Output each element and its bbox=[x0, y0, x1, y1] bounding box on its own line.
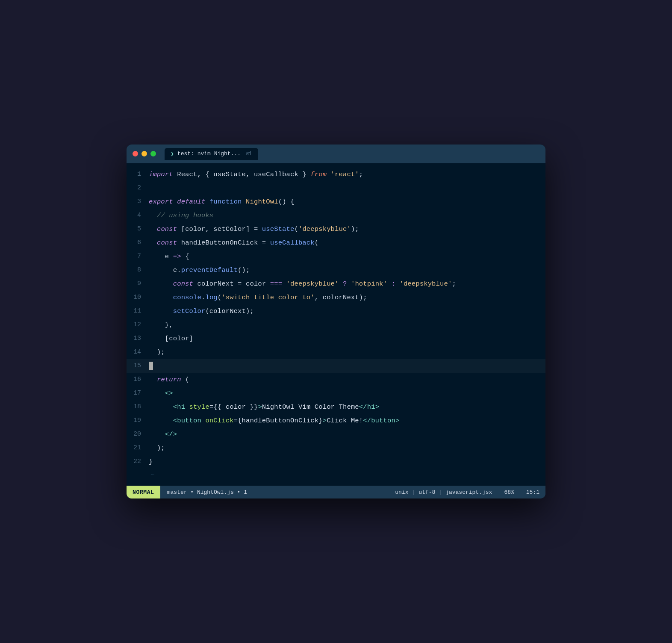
line-number: 19 bbox=[127, 414, 149, 427]
token-plain: }} bbox=[250, 403, 258, 411]
vim-cursor bbox=[149, 362, 153, 370]
token-jsx-tag: </h1> bbox=[359, 403, 379, 411]
token-plain bbox=[201, 417, 205, 425]
token-plain: e bbox=[149, 253, 173, 260]
token-plain: React, { useState, useCallback } bbox=[173, 171, 311, 178]
token-jsx-tag: <button bbox=[173, 417, 201, 425]
line-number: 13 bbox=[127, 332, 149, 345]
token-string-sq: 'deepskyblue' bbox=[298, 225, 351, 233]
token-plain bbox=[149, 307, 173, 315]
line-content: console.log('switch title color to', col… bbox=[149, 291, 545, 304]
token-plain: ; bbox=[359, 171, 363, 178]
maximize-button[interactable] bbox=[150, 151, 156, 156]
code-line: 13 [color] bbox=[127, 332, 545, 345]
line-number: 12 bbox=[127, 319, 149, 331]
code-line: 2 bbox=[127, 181, 545, 195]
line-content: <> bbox=[149, 387, 545, 400]
token-plain: NightOwl Vim Color Theme bbox=[262, 403, 359, 411]
token-plain bbox=[185, 403, 189, 411]
minimize-button[interactable] bbox=[141, 151, 147, 156]
token-fn-call: useCallback bbox=[270, 239, 315, 247]
token-plain: ); bbox=[149, 348, 165, 356]
tab-shortcut: ⌘1 bbox=[246, 150, 252, 157]
code-line: 9 const colorNext = color === 'deepskybl… bbox=[127, 277, 545, 291]
token-jsx-tag: > bbox=[323, 417, 327, 425]
token-string-sq: 'deepskyblue' bbox=[399, 280, 452, 288]
token-plain bbox=[149, 212, 157, 219]
line-content: import React, { useState, useCallback } … bbox=[149, 168, 545, 181]
token-plain: , colorNext); bbox=[315, 294, 367, 301]
token-plain: { bbox=[181, 253, 189, 260]
line-number: 5 bbox=[127, 223, 149, 236]
code-line: 7 e => { bbox=[127, 250, 545, 263]
token-plain: color bbox=[221, 403, 250, 411]
line-content: } bbox=[149, 455, 545, 468]
line-content: <h1 style={{ color }}>NightOwl Vim Color… bbox=[149, 401, 545, 413]
line-content: e => { bbox=[149, 250, 545, 263]
line-content: // using hooks bbox=[149, 209, 545, 222]
token-plain bbox=[149, 280, 173, 288]
line-number: 1 bbox=[127, 168, 149, 181]
token-plain: handleButtonOnClick = bbox=[177, 239, 270, 247]
token-kw-const: const bbox=[157, 239, 177, 247]
line-content: const handleButtonOnClick = useCallback( bbox=[149, 236, 545, 249]
token-kw-function: function bbox=[209, 198, 242, 206]
titlebar: ❯ test: nvim Night... ⌘1 bbox=[127, 145, 545, 163]
line-number bbox=[127, 469, 149, 481]
token-jsx-tag: > bbox=[258, 403, 262, 411]
token-plain: ( bbox=[315, 239, 318, 247]
line-content: const [color, setColor] = useState('deep… bbox=[149, 223, 545, 236]
statusbar: NORMAL master • NightOwl.js • 1 unix | u… bbox=[127, 486, 545, 498]
line-number: 16 bbox=[127, 373, 149, 386]
token-plain: }, bbox=[149, 321, 173, 329]
token-plain bbox=[387, 280, 391, 288]
token-kw-from: from bbox=[310, 171, 327, 178]
token-plain bbox=[327, 171, 330, 178]
code-line: 22} bbox=[127, 455, 545, 469]
token-log: log bbox=[205, 294, 217, 301]
editor-tab[interactable]: ❯ test: nvim Night... ⌘1 bbox=[165, 148, 258, 160]
git-branch: master • NightOwl.js • 1 bbox=[160, 486, 254, 498]
line-number: 6 bbox=[127, 236, 149, 249]
line-number: 22 bbox=[127, 455, 149, 468]
code-line: 1import React, { useState, useCallback }… bbox=[127, 168, 545, 181]
token-plain: ( bbox=[294, 225, 298, 233]
line-number: 8 bbox=[127, 264, 149, 277]
file-info: unix | utf-8 | javascript.jsx bbox=[389, 486, 498, 498]
vim-mode: NORMAL bbox=[127, 486, 160, 498]
token-jsx-attr: onClick bbox=[205, 417, 233, 425]
token-fn-call: setColor bbox=[173, 307, 206, 315]
token-jsx-punct: </> bbox=[165, 431, 177, 438]
line-number: 4 bbox=[127, 209, 149, 222]
line-content: const colorNext = color === 'deepskyblue… bbox=[149, 277, 545, 290]
line-content: [color] bbox=[149, 332, 545, 345]
file-encoding: utf-8 bbox=[419, 489, 435, 496]
token-triple-eq: === bbox=[270, 280, 282, 288]
token-arrow: => bbox=[173, 253, 181, 260]
code-line: 12 }, bbox=[127, 318, 545, 332]
token-string-sq: 'deepskyblue' bbox=[286, 280, 339, 288]
token-fn-call: preventDefault bbox=[181, 266, 238, 274]
code-line: 18 <h1 style={{ color }}>NightOwl Vim Co… bbox=[127, 400, 545, 414]
code-line: 20 </> bbox=[127, 428, 545, 441]
code-line: 14 ); bbox=[127, 345, 545, 359]
token-plain: [color] bbox=[149, 335, 193, 342]
token-plain bbox=[347, 280, 351, 288]
token-plain bbox=[173, 198, 177, 206]
line-number: 7 bbox=[127, 250, 149, 263]
line-number: 2 bbox=[127, 182, 149, 195]
token-plain: () { bbox=[278, 198, 295, 206]
token-component: NightOwl bbox=[246, 198, 278, 206]
token-kw-export: export bbox=[149, 198, 173, 206]
token-plain: colorNext = color bbox=[193, 280, 270, 288]
code-editor[interactable]: 1import React, { useState, useCallback }… bbox=[127, 163, 545, 486]
token-plain bbox=[339, 280, 343, 288]
token-plain bbox=[149, 403, 173, 411]
token-kw-const: const bbox=[157, 225, 177, 233]
close-button[interactable] bbox=[133, 151, 138, 156]
cursor-position: 15:1 bbox=[520, 486, 545, 498]
terminal-icon: ❯ bbox=[171, 150, 174, 157]
line-content: e.preventDefault(); bbox=[149, 264, 545, 277]
line-number: 18 bbox=[127, 401, 149, 413]
line-content: return ( bbox=[149, 373, 545, 386]
